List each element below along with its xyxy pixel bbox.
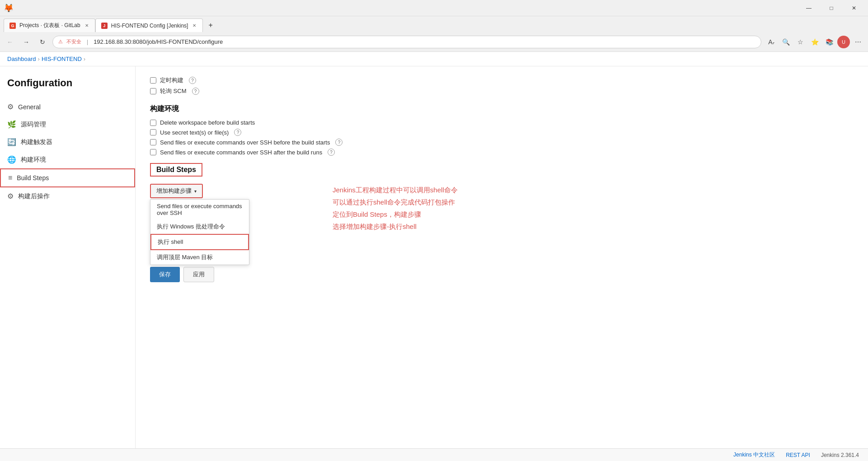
checkbox-secret-label: Use secret text(s) or file(s) bbox=[160, 129, 229, 136]
scheduled-help-icon[interactable]: ? bbox=[189, 77, 196, 84]
checkbox-scm-input[interactable] bbox=[150, 88, 156, 94]
sidebar-item-triggers[interactable]: 🔄 构建触发器 bbox=[0, 133, 135, 151]
annotation-text: Jenkins工程构建过程中可以调用shell命令 可以通过执行shell命令完… bbox=[333, 184, 458, 233]
title-bar: 🦊 ― □ ✕ bbox=[0, 0, 868, 16]
sidebar-item-source[interactable]: 🌿 源码管理 bbox=[0, 116, 135, 133]
breadcrumb-sep2: › bbox=[84, 56, 85, 62]
checkbox-delete-ws-label: Delete workspace before build starts bbox=[160, 119, 255, 126]
checkbox-secret-input[interactable] bbox=[150, 129, 156, 135]
search-button[interactable]: 🔍 bbox=[779, 36, 792, 48]
favorites-button2[interactable]: ⭐ bbox=[808, 36, 821, 48]
profile-button[interactable]: U bbox=[837, 36, 850, 48]
footer-version: Jenkins 2.361.4 bbox=[821, 452, 859, 458]
build-env-section: 构建环境 Delete workspace before build start… bbox=[150, 104, 528, 156]
ssh-after-help-icon[interactable]: ? bbox=[328, 149, 335, 156]
sidebar-item-build-steps[interactable]: ≡ Build Steps bbox=[0, 168, 135, 187]
checkbox-delete-ws: Delete workspace before build starts bbox=[150, 119, 528, 126]
checkbox-delete-ws-input[interactable] bbox=[150, 120, 156, 126]
tab-jenkins[interactable]: J HIS-FONTEND Config [Jenkins] ✕ bbox=[95, 19, 203, 32]
refresh-button[interactable]: ↻ bbox=[36, 36, 49, 48]
secret-help-icon[interactable]: ? bbox=[234, 129, 241, 136]
annotation-line-4: 选择增加构建步骤-执行shell bbox=[333, 220, 458, 233]
post-build-icon: ⚙ bbox=[7, 192, 14, 200]
checkbox-ssh-before: Send files or execute commands over SSH … bbox=[150, 139, 528, 146]
checkbox-scheduled-input[interactable] bbox=[150, 77, 156, 84]
checkbox-ssh-after-label: Send files or execute commands over SSH … bbox=[160, 149, 322, 156]
tab-new[interactable]: + bbox=[203, 19, 218, 32]
apply-button[interactable]: 应用 bbox=[183, 267, 214, 282]
sidebar-item-source-label: 源码管理 bbox=[21, 121, 46, 129]
forward-button[interactable]: → bbox=[20, 36, 33, 48]
menu-item-win-cmd[interactable]: 执行 Windows 批处理命令 bbox=[150, 219, 249, 234]
checkbox-secret-text: Use secret text(s) or file(s) ? bbox=[150, 129, 528, 136]
build-steps-icon: ≡ bbox=[8, 174, 12, 182]
sidebar-item-general[interactable]: ⚙ General bbox=[0, 98, 135, 116]
checkbox-ssh-before-input[interactable] bbox=[150, 139, 156, 145]
favorites-button[interactable]: ☆ bbox=[794, 36, 807, 48]
annotation-line-1: Jenkins工程构建过程中可以调用shell命令 bbox=[333, 184, 458, 196]
add-build-step-container: 增加构建步骤 ▾ Send files or execute commands … bbox=[150, 184, 203, 198]
tab-jenkins-label: HIS-FONTEND Config [Jenkins] bbox=[111, 23, 188, 29]
lock-icon: ⚠ bbox=[58, 39, 63, 45]
annotation-line-2: 可以通过执行shell命令完成代码打包操作 bbox=[333, 196, 458, 208]
sidebar: Configuration ⚙ General 🌿 源码管理 🔄 构建触发器 🌐… bbox=[0, 66, 136, 448]
back-button[interactable]: ← bbox=[4, 36, 16, 48]
ssh-before-help-icon[interactable]: ? bbox=[335, 139, 343, 146]
sidebar-item-env[interactable]: 🌐 构建环境 bbox=[0, 151, 135, 168]
content-inner: 定时构建 ? 轮询 SCM ? 构建环境 Delete workspace be… bbox=[136, 66, 542, 297]
maximize-button[interactable]: □ bbox=[821, 0, 842, 16]
menu-button[interactable]: ⋯ bbox=[852, 36, 864, 48]
content: 定时构建 ? 轮询 SCM ? 构建环境 Delete workspace be… bbox=[136, 66, 868, 448]
breadcrumb: Dashboard › HIS-FONTEND › bbox=[0, 52, 868, 66]
add-build-step-label: 增加构建步骤 bbox=[156, 187, 192, 195]
save-button[interactable]: 保存 bbox=[150, 267, 180, 282]
address-bar-row: ← → ↻ ⚠ 不安全 | 192.168.88.30:8080/job/HIS… bbox=[0, 32, 868, 52]
sidebar-item-env-label: 构建环境 bbox=[21, 156, 46, 164]
sidebar-title: Configuration bbox=[0, 74, 135, 98]
dropdown-arrow-icon: ▾ bbox=[194, 189, 197, 194]
checkbox-scheduled-label: 定时构建 bbox=[160, 76, 183, 84]
build-steps-section: Build Steps 增加构建步骤 ▾ bbox=[150, 163, 528, 282]
menu-item-ssh[interactable]: Send files or execute commands over SSH bbox=[150, 200, 249, 219]
tab-gitlab[interactable]: G Projects · 仪表板 · GitLab ✕ bbox=[4, 19, 95, 32]
gitlab-favicon: G bbox=[9, 23, 16, 29]
tab-gitlab-close[interactable]: ✕ bbox=[84, 22, 89, 29]
checkbox-scm-poll: 轮询 SCM ? bbox=[150, 87, 528, 95]
sidebar-item-build-steps-label: Build Steps bbox=[17, 174, 49, 182]
tab-bar: G Projects · 仪表板 · GitLab ✕ J HIS-FONTEN… bbox=[0, 16, 868, 32]
collections-button[interactable]: 📚 bbox=[823, 36, 835, 48]
annotation-line-3: 定位到Build Steps，构建步骤 bbox=[333, 208, 458, 220]
tab-jenkins-close[interactable]: ✕ bbox=[192, 22, 197, 29]
new-tab-icon: + bbox=[208, 21, 212, 29]
separator: | bbox=[87, 39, 88, 45]
checkbox-ssh-after-input[interactable] bbox=[150, 149, 156, 155]
read-mode-button[interactable]: Aᵣ bbox=[765, 36, 778, 48]
build-steps-left: 增加构建步骤 ▾ Send files or execute commands … bbox=[150, 184, 295, 252]
title-bar-left: 🦊 bbox=[4, 3, 15, 13]
breadcrumb-project[interactable]: HIS-FONTEND bbox=[42, 56, 82, 62]
breadcrumb-sep1: › bbox=[38, 56, 40, 62]
close-button[interactable]: ✕ bbox=[844, 0, 864, 16]
address-bar[interactable]: ⚠ 不安全 | 192.168.88.30:8080/job/HIS-FONTE… bbox=[52, 36, 761, 48]
address-bar-actions: Aᵣ 🔍 ☆ ⭐ 📚 U ⋯ bbox=[765, 36, 864, 48]
minimize-button[interactable]: ― bbox=[798, 0, 819, 16]
add-build-step-button[interactable]: 增加构建步骤 ▾ bbox=[150, 184, 203, 198]
browser-icon: 🦊 bbox=[4, 3, 14, 13]
url-text: 192.168.88.30:8080/job/HIS-FONTEND/confi… bbox=[94, 38, 755, 45]
scm-help-icon[interactable]: ? bbox=[192, 88, 199, 95]
menu-item-maven[interactable]: 调用顶层 Maven 目标 bbox=[150, 250, 249, 265]
security-label: 不安全 bbox=[66, 38, 81, 45]
bottom-buttons: 保存 应用 bbox=[150, 267, 528, 282]
build-steps-box: Build Steps bbox=[150, 163, 202, 177]
footer: Jenkins 中文社区 REST API Jenkins 2.361.4 bbox=[0, 448, 868, 461]
triggers-icon: 🔄 bbox=[7, 138, 16, 146]
add-build-step-menu: Send files or execute commands over SSH … bbox=[150, 199, 249, 265]
sidebar-item-post-build[interactable]: ⚙ 构建后操作 bbox=[0, 187, 135, 205]
tab-gitlab-label: Projects · 仪表板 · GitLab bbox=[19, 22, 80, 29]
footer-rest-api[interactable]: REST API bbox=[786, 452, 810, 458]
menu-item-shell[interactable]: 执行 shell bbox=[150, 234, 249, 250]
source-icon: 🌿 bbox=[7, 120, 16, 129]
breadcrumb-dashboard[interactable]: Dashboard bbox=[7, 56, 36, 62]
checkbox-scheduled: 定时构建 ? bbox=[150, 76, 528, 84]
footer-community[interactable]: Jenkins 中文社区 bbox=[733, 451, 775, 459]
